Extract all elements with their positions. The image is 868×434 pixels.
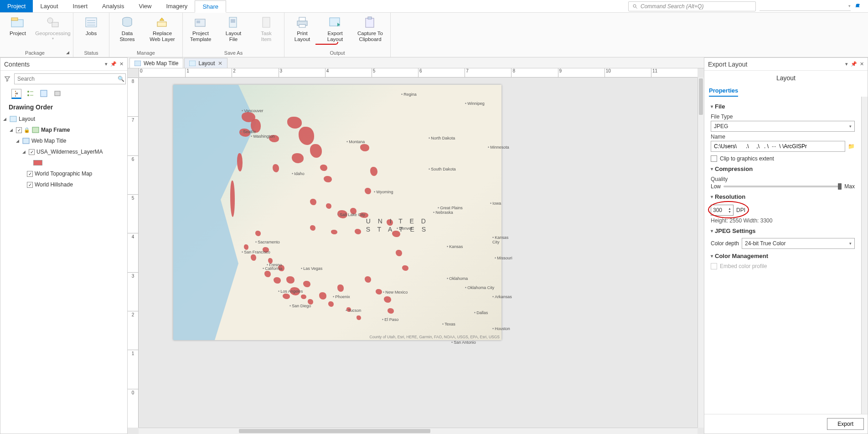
ribbon-label: Jobs (86, 31, 97, 36)
ribbon-btn-print-layout[interactable]: Print Layout (288, 15, 316, 42)
list-by-source-icon[interactable] (25, 89, 35, 99)
map-city-label: Las Vegas (301, 266, 322, 271)
section-resolution[interactable]: Resolution (711, 190, 855, 202)
contents-search-input[interactable] (14, 73, 126, 84)
ribbon-btn-project[interactable]: Project (4, 15, 32, 36)
scroll-thumb[interactable] (239, 429, 430, 433)
map-city-label: Houston (492, 326, 510, 331)
checkbox-icon[interactable]: ✓ (16, 127, 22, 133)
quality-slider[interactable] (723, 186, 842, 187)
dpi-unit-label: DPI (736, 207, 745, 213)
name-label: Name (711, 132, 855, 141)
annotation-red-underline (315, 42, 338, 45)
list-by-drawing-order-icon[interactable] (11, 89, 21, 99)
pane-menu-icon[interactable]: ▾ (845, 61, 848, 67)
ribbon-btn-export-layout[interactable]: Export Layout (321, 15, 349, 42)
map-city-label: Phoenix (333, 294, 350, 299)
color-depth-select[interactable]: 24-bit True Color (742, 238, 855, 249)
svg-rect-34 (41, 90, 47, 97)
svg-point-2 (858, 4, 860, 5)
tree-row-basemap2[interactable]: ✓ World Hillshade (3, 179, 124, 190)
section-jpeg-settings[interactable]: JPEG Settings (711, 224, 855, 236)
tree-row-basemap1[interactable]: ✓ World Topographic Map (3, 168, 124, 179)
layout-canvas[interactable]: 01234567891011 876543210 VancouverSeattl… (128, 68, 704, 434)
export-scrollbar[interactable] (861, 97, 868, 414)
dialog-launcher-icon[interactable]: ◢ (66, 50, 69, 55)
export-subtitle: Layout (704, 71, 868, 85)
ribbon: Project Geoprocessing ▾ Package◢ Jobs St… (0, 13, 868, 57)
map-city-label: Salt Lake City (337, 212, 365, 217)
close-tab-icon[interactable]: ✕ (218, 60, 222, 67)
file-type-select[interactable]: JPEG (711, 121, 855, 132)
dpi-input[interactable]: 300 ▲▼ (711, 205, 734, 216)
browse-folder-icon[interactable]: 📁 (848, 143, 855, 150)
checkbox-icon[interactable]: ✓ (27, 171, 33, 177)
scrollbar-vertical[interactable] (698, 78, 704, 428)
menu-tab-insert[interactable]: Insert (66, 0, 95, 12)
section-compression[interactable]: Compression (711, 162, 855, 174)
map-city-label: Dallas (474, 310, 488, 315)
menu-tab-imagery[interactable]: Imagery (159, 0, 195, 12)
scroll-thumb[interactable] (699, 78, 703, 115)
menu-tab-analysis[interactable]: Analysis (95, 0, 131, 12)
ribbon-label: Print Layout (294, 31, 310, 42)
tree-row-layout[interactable]: ◢ Layout (3, 114, 124, 124)
search-icon[interactable]: 🔍 (118, 76, 124, 82)
ribbon-btn-layout-file[interactable]: Layout File (219, 15, 248, 42)
export-button[interactable]: Export (827, 418, 864, 430)
notifications-icon[interactable] (854, 3, 861, 10)
list-by-snapping-icon[interactable] (52, 89, 62, 99)
search-icon (632, 4, 638, 9)
pane-menu-icon[interactable]: ▾ (105, 61, 108, 67)
menu-tab-layout[interactable]: Layout (33, 0, 65, 12)
slider-thumb[interactable] (838, 183, 842, 190)
map-attribution: County of Utah, Esri, HERE, Garmin, FAO,… (369, 335, 500, 339)
pane-pin-icon[interactable]: 📌 (110, 61, 117, 67)
map-city-label: Kansas (447, 244, 463, 249)
menu-tab-view[interactable]: View (131, 0, 159, 12)
checkbox-icon[interactable]: ✓ (29, 149, 35, 155)
scrollbar-horizontal[interactable] (139, 428, 698, 434)
pane-close-icon[interactable]: ✕ (119, 61, 124, 67)
document-tabs: Web Map Title Layout ✕ (128, 57, 704, 68)
layout-page[interactable]: VancouverSeattleReginaWinnipegWashington… (173, 85, 501, 340)
name-input[interactable] (711, 141, 845, 152)
ribbon-group-label: Output (288, 49, 387, 57)
export-tab-properties[interactable]: Properties (709, 85, 738, 97)
ribbon-btn-jobs[interactable]: Jobs (77, 15, 105, 36)
tree-row-layer[interactable]: ◢ ✓ USA_Wilderness_LayerMA (3, 146, 124, 157)
export-tabs: Properties (704, 85, 868, 97)
user-dropdown[interactable]: ▾ (760, 2, 851, 11)
export-layout-icon (327, 16, 343, 29)
pane-close-icon[interactable]: ✕ (860, 61, 864, 67)
map-city-label: Montana (346, 140, 365, 144)
pane-pin-icon[interactable]: 📌 (851, 61, 857, 67)
ribbon-btn-replace-web-layer[interactable]: Replace Web Layer (146, 15, 179, 42)
command-search[interactable]: Command Search (Alt+Q) (628, 1, 756, 11)
tree-label: World Topographic Map (35, 170, 92, 177)
checkbox-icon[interactable]: ✓ (27, 182, 33, 188)
ribbon-btn-capture-to-clipboard[interactable]: Capture To Clipboard (354, 15, 387, 42)
tree-row-map-frame[interactable]: ◢ ✓ 🔒 Map Frame (3, 124, 124, 135)
menu-tab-share[interactable]: Share (195, 0, 226, 13)
map-city-label: Seattle (241, 129, 256, 134)
ribbon-btn-data-stores[interactable]: Data Stores (113, 15, 141, 42)
tree-label: Map Frame (41, 127, 70, 133)
spinner-icon[interactable]: ▲▼ (728, 207, 731, 213)
document-area: Web Map Title Layout ✕ 01234567891011 87… (128, 57, 704, 434)
filter-icon[interactable] (3, 75, 11, 83)
country-label: U N I T E D S T A T E S (366, 217, 429, 233)
menu-tab-project[interactable]: Project (0, 0, 33, 12)
doc-tab-layout[interactable]: Layout ✕ (184, 58, 227, 68)
data-stores-icon (119, 16, 135, 29)
doc-tab-web-map[interactable]: Web Map Title (129, 58, 183, 68)
map-city-label: Minnesota (488, 145, 509, 150)
section-file[interactable]: File (711, 99, 855, 112)
ribbon-btn-project-template[interactable]: Project Template (186, 15, 215, 42)
tree-row-web-map[interactable]: ◢ Web Map Title (3, 135, 124, 146)
section-color-management[interactable]: Color Management (711, 249, 855, 261)
geoprocessing-icon (45, 16, 61, 29)
list-by-selection-icon[interactable] (39, 89, 49, 99)
svg-rect-17 (263, 17, 270, 27)
clip-checkbox[interactable] (711, 155, 717, 162)
